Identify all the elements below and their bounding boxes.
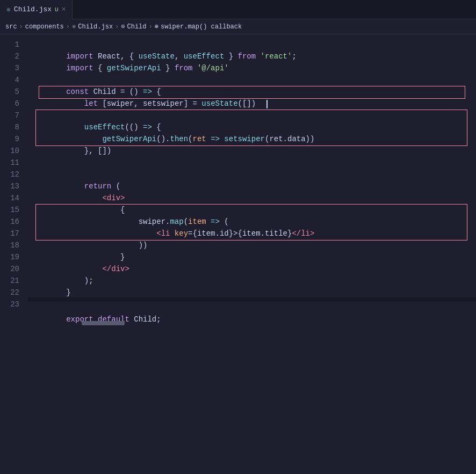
- breadcrumb-file: Child.jsx: [78, 23, 113, 31]
- line-numbers: 1 2 3 4 5 6 7 8 9 10 11 12 13 14 15 16 1…: [0, 34, 28, 474]
- code-line-4: const Child = () => {: [28, 74, 476, 86]
- breadcrumb-components: components: [25, 23, 64, 31]
- code-line-21: }: [28, 275, 476, 287]
- breadcrumb-src: src: [5, 23, 17, 31]
- code-content[interactable]: import React, { useState, useEffect } fr…: [28, 34, 476, 474]
- code-line-7: useEffect(() => {: [28, 110, 476, 121]
- tab-modified-indicator: U: [55, 6, 59, 13]
- breadcrumb-sep1: ›: [19, 23, 23, 31]
- breadcrumb-class: Child: [127, 23, 147, 31]
- breadcrumb-sep3: ›: [115, 23, 119, 31]
- file-icon: ⚛: [6, 5, 11, 14]
- code-line-22: [28, 287, 476, 298]
- code-line-11: [28, 157, 476, 169]
- breadcrumb-method-icon: ⊕: [155, 23, 158, 31]
- code-area[interactable]: 1 2 3 4 5 6 7 8 9 10 11 12 13 14 15 16 1…: [0, 34, 476, 474]
- file-tab[interactable]: ⚛ Child.jsx U ×: [0, 0, 73, 19]
- breadcrumb-sep4: ›: [149, 23, 153, 31]
- breadcrumb-react-icon: ⚛: [72, 23, 76, 31]
- breadcrumb-method: swiper.map() callback: [161, 23, 242, 31]
- text-cursor: [266, 100, 268, 108]
- tab-filename: Child.jsx: [14, 5, 52, 13]
- tab-close-button[interactable]: ×: [62, 5, 66, 13]
- code-line-23: export default Child;: [28, 302, 476, 313]
- code-line-12: return (: [28, 169, 476, 180]
- editor: 1 2 3 4 5 6 7 8 9 10 11 12 13 14 15 16 1…: [0, 34, 476, 474]
- breadcrumb: src › components › ⚛ Child.jsx › ⊙ Child…: [0, 19, 476, 34]
- breadcrumb-sep2: ›: [66, 23, 70, 31]
- tab-bar: ⚛ Child.jsx U ×: [0, 0, 476, 19]
- breadcrumb-class-icon: ⊙: [121, 23, 125, 31]
- code-line-1: import React, { useState, useEffect } fr…: [28, 39, 476, 50]
